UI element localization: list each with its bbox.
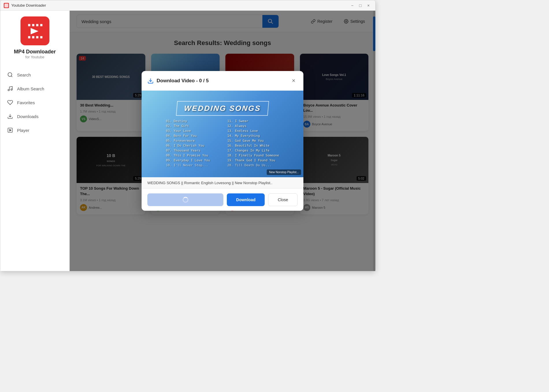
sidebar-item-search[interactable]: Search bbox=[0, 68, 69, 82]
download-icon bbox=[7, 113, 13, 119]
sidebar-item-album-label: Album Search bbox=[17, 86, 44, 91]
music-icon bbox=[7, 86, 13, 92]
preview-tracklist: 01. Destiny 02. The Gift 03. Your Love 0… bbox=[166, 119, 279, 167]
svg-rect-6 bbox=[32, 36, 34, 38]
svg-rect-8 bbox=[40, 36, 42, 38]
app-name: MP4 Downloader bbox=[14, 49, 56, 55]
window-title: Youtube Downloader bbox=[11, 3, 349, 8]
main-content: Register Settings Search Results: Weddin… bbox=[70, 11, 375, 271]
modal-overlay: Download Video - 0 / 5 × WEDDING SONGS 0… bbox=[70, 11, 375, 271]
loading-spinner bbox=[183, 197, 188, 203]
heart-icon bbox=[7, 100, 13, 105]
svg-marker-9 bbox=[31, 28, 38, 34]
svg-rect-2 bbox=[32, 24, 34, 26]
maximize-button[interactable]: □ bbox=[357, 2, 364, 9]
sidebar-item-downloads-label: Downloads bbox=[17, 114, 38, 119]
preview-overlay-note: New Nonstop Playlist... bbox=[267, 169, 301, 175]
sidebar-item-player[interactable]: Player bbox=[0, 123, 69, 137]
window-controls: − □ × bbox=[349, 2, 372, 9]
modal-actions: Download Close bbox=[142, 189, 303, 211]
modal-header: Download Video - 0 / 5 × bbox=[142, 71, 303, 91]
svg-marker-16 bbox=[10, 129, 11, 131]
title-bar: Youtube Downloader − □ × bbox=[0, 0, 375, 11]
sidebar-nav: Search Album Search Favorites Downloads … bbox=[0, 68, 69, 137]
svg-rect-4 bbox=[40, 24, 42, 26]
modal-preview: WEDDING SONGS 01. Destiny 02. The Gift 0… bbox=[142, 91, 303, 177]
svg-rect-3 bbox=[36, 24, 38, 26]
minimize-button[interactable]: − bbox=[349, 2, 356, 9]
preview-background: WEDDING SONGS 01. Destiny 02. The Gift 0… bbox=[142, 91, 303, 177]
svg-point-10 bbox=[8, 73, 12, 76]
sidebar: MP4 Downloader for Youtube Search Album … bbox=[0, 11, 70, 271]
sidebar-item-downloads[interactable]: Downloads bbox=[0, 109, 69, 123]
loading-button bbox=[147, 193, 223, 206]
sidebar-item-album-search[interactable]: Album Search bbox=[0, 82, 69, 96]
modal-title: Download Video - 0 / 5 bbox=[157, 78, 287, 84]
player-icon bbox=[7, 127, 13, 133]
download-modal: Download Video - 0 / 5 × WEDDING SONGS 0… bbox=[142, 71, 303, 211]
sidebar-item-favorites[interactable]: Favorites bbox=[0, 96, 69, 109]
svg-rect-1 bbox=[28, 24, 30, 26]
download-button[interactable]: Download bbox=[227, 193, 265, 206]
modal-close-button[interactable]: × bbox=[290, 76, 298, 85]
svg-line-11 bbox=[11, 76, 12, 77]
svg-rect-5 bbox=[28, 36, 30, 38]
svg-rect-0 bbox=[4, 3, 8, 8]
tracklist-right: 11. I Swear 12. Always 13. Endless Love … bbox=[227, 119, 279, 167]
sidebar-item-search-label: Search bbox=[17, 72, 31, 77]
search-icon bbox=[7, 72, 13, 78]
app-subtitle: for Youtube bbox=[25, 55, 44, 59]
close-button[interactable]: × bbox=[365, 2, 372, 9]
svg-point-13 bbox=[11, 89, 12, 90]
sidebar-item-player-label: Player bbox=[17, 128, 29, 133]
sidebar-item-favorites-label: Favorites bbox=[17, 100, 35, 105]
app-icon bbox=[4, 3, 9, 8]
preview-wedding-banner: WEDDING SONGS bbox=[176, 101, 269, 116]
close-modal-button[interactable]: Close bbox=[268, 193, 298, 206]
svg-rect-7 bbox=[36, 36, 38, 38]
tracklist-left: 01. Destiny 02. The Gift 03. Your Love 0… bbox=[166, 119, 210, 167]
download-icon bbox=[147, 78, 154, 84]
svg-point-12 bbox=[8, 89, 10, 91]
modal-video-title: WEDDING SONGS || Romantic English Loveso… bbox=[142, 177, 303, 189]
sidebar-logo bbox=[21, 16, 49, 45]
